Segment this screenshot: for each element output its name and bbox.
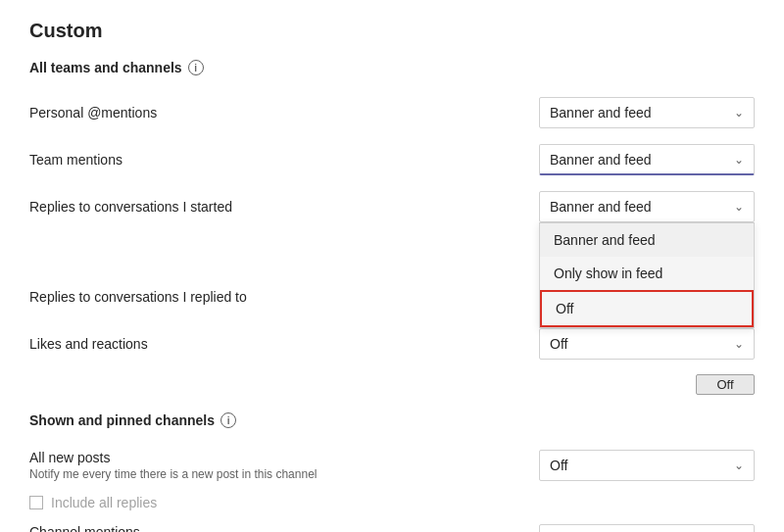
all-new-posts-label-group: All new posts Notify me every time there… bbox=[29, 450, 317, 481]
replies-started-dropdown[interactable]: Banner and feed ⌄ bbox=[539, 191, 755, 222]
menu-item-only-feed[interactable]: Only show in feed bbox=[540, 257, 754, 290]
shown-pinned-header-label: Shown and pinned channels bbox=[29, 412, 215, 428]
chevron-down-icon: ⌄ bbox=[734, 337, 744, 351]
all-new-posts-sublabel: Notify me every time there is a new post… bbox=[29, 467, 317, 481]
shown-pinned-info-icon: i bbox=[220, 412, 236, 428]
channel-mentions-label-group: Channel mentions Notify me each time thi… bbox=[29, 524, 270, 532]
menu-item-banner-feed[interactable]: Banner and feed bbox=[540, 223, 754, 257]
likes-reactions-label: Likes and reactions bbox=[29, 336, 148, 352]
likes-reactions-dropdown-value: Off bbox=[550, 336, 567, 352]
off-badge: Off bbox=[696, 374, 755, 395]
all-teams-info-icon: i bbox=[188, 60, 204, 75]
page-title: Custom bbox=[29, 20, 755, 42]
replies-started-label: Replies to conversations I started bbox=[29, 199, 232, 215]
team-mentions-label: Team mentions bbox=[29, 152, 122, 168]
replies-started-dropdown-value: Banner and feed bbox=[550, 199, 652, 215]
all-new-posts-dropdown[interactable]: Off ⌄ bbox=[539, 450, 755, 481]
chevron-down-icon: ⌄ bbox=[734, 153, 744, 167]
replies-replied-label: Replies to conversations I replied to bbox=[29, 289, 247, 305]
chevron-down-icon: ⌄ bbox=[734, 200, 744, 214]
include-all-replies-row: Include all replies bbox=[29, 489, 755, 516]
personal-mentions-dropdown[interactable]: Banner and feed ⌄ bbox=[539, 97, 755, 128]
team-mentions-row: Team mentions Banner and feed ⌄ bbox=[29, 136, 755, 183]
all-new-posts-label: All new posts bbox=[29, 450, 317, 465]
all-new-posts-row: All new posts Notify me every time there… bbox=[29, 442, 755, 489]
include-all-replies-checkbox[interactable] bbox=[29, 496, 43, 509]
team-mentions-dropdown-value: Banner and feed bbox=[550, 152, 652, 168]
chevron-down-icon: ⌄ bbox=[734, 459, 744, 472]
personal-mentions-row: Personal @mentions Banner and feed ⌄ bbox=[29, 89, 755, 136]
channel-mentions-label: Channel mentions bbox=[29, 524, 270, 532]
channel-mentions-dropdown[interactable]: Banner and feed ⌄ bbox=[539, 524, 755, 532]
notification-dropdown-menu: Banner and feed Only show in feed Off bbox=[539, 222, 755, 328]
page-container: Custom All teams and channels i Personal… bbox=[29, 20, 755, 532]
channel-mentions-row: Channel mentions Notify me each time thi… bbox=[29, 516, 755, 532]
all-teams-header-label: All teams and channels bbox=[29, 60, 182, 75]
replies-started-row: Replies to conversations I started Banne… bbox=[29, 183, 755, 230]
menu-item-off[interactable]: Off bbox=[540, 290, 754, 327]
likes-reactions-dropdown[interactable]: Off ⌄ bbox=[539, 328, 755, 360]
team-mentions-dropdown[interactable]: Banner and feed ⌄ bbox=[539, 144, 755, 175]
all-new-posts-dropdown-value: Off bbox=[550, 458, 567, 473]
include-all-replies-label: Include all replies bbox=[51, 495, 157, 510]
personal-mentions-label: Personal @mentions bbox=[29, 105, 157, 121]
shown-pinned-section: Shown and pinned channels i All new post… bbox=[29, 412, 755, 532]
chevron-down-icon: ⌄ bbox=[734, 106, 744, 120]
likes-reactions-row: Likes and reactions Off ⌄ Off bbox=[29, 320, 755, 383]
personal-mentions-dropdown-value: Banner and feed bbox=[550, 105, 652, 121]
all-teams-section: All teams and channels i Personal @menti… bbox=[29, 60, 755, 383]
